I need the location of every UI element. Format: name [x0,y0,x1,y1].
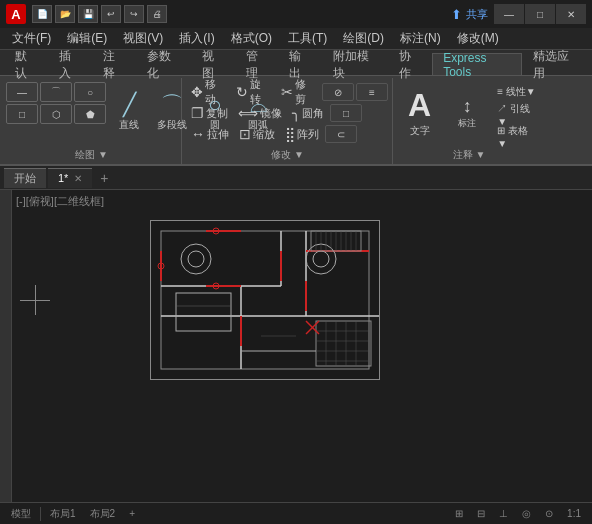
layout1-tab[interactable]: 布局1 [45,505,81,523]
menu-annotate[interactable]: 标注(N) [392,28,449,50]
open-icon[interactable]: 📂 [55,5,75,23]
trim-button[interactable]: ✂修剪 [277,82,320,102]
menu-modify[interactable]: 修改(M) [449,28,507,50]
tab-addon[interactable]: 附加模块 [322,53,388,75]
draw-group: — ⌒ ○ □ ⬡ ⬟ ╱ 直线 ⌒ 多段线 [2,78,182,164]
menu-file[interactable]: 文件(F) [4,28,59,50]
add-layout-btn[interactable]: + [124,506,140,521]
svg-rect-0 [151,221,379,379]
table-button[interactable]: ⊞ 表格▼ [493,126,540,146]
mirror-button[interactable]: ⟺镜像 [234,103,286,123]
add-tab-button[interactable]: + [94,168,114,188]
grid-btn[interactable]: ⊟ [472,506,490,521]
left-ruler [0,190,12,502]
array-button[interactable]: ⣿阵列 [281,124,323,144]
osnap-btn[interactable]: ⊙ [540,506,558,521]
line-shape-btn[interactable]: — [6,82,38,102]
separator [40,507,41,521]
annotation-group: A 文字 ↕ 标注 ≡ 线性▼ ↗ 引线▼ ⊞ 表格▼ 注释 ▼ [394,78,544,164]
tab-collaborate[interactable]: 协作 [388,53,432,75]
snap-btn[interactable]: ⊞ [450,506,468,521]
model-tab[interactable]: 模型 [6,505,36,523]
tab-start[interactable]: 开始 [4,168,46,188]
tab-drawing1[interactable]: 1* ✕ [48,168,92,188]
minimize-button[interactable]: — [494,4,524,24]
menu-edit[interactable]: 编辑(E) [59,28,115,50]
redo-icon[interactable]: ↪ [124,5,144,23]
document-tabs: 开始 1* ✕ + [0,166,592,190]
tab-featured[interactable]: 精选应用 [522,53,588,75]
draw-group-label: 绘图 ▼ [75,148,108,162]
tab-close-icon[interactable]: ✕ [74,173,82,184]
tab-default[interactable]: 默认 [4,53,48,75]
array2-btn[interactable]: ⊂ [325,125,357,143]
line-button[interactable]: ╱ 直线 [109,82,149,144]
tab-parametric[interactable]: 参数化 [136,53,191,75]
tab-output[interactable]: 输出 [278,53,322,75]
window-controls: — □ ✕ [494,4,586,24]
copy-button[interactable]: ❐复制 [187,103,232,123]
drawing-viewport[interactable] [150,220,380,380]
share-button[interactable]: ⬆ 共享 [451,7,488,22]
leader-button[interactable]: ↗ 引线▼ [493,104,540,124]
canvas-area[interactable]: [-][俯视][二维线框] [0,190,592,502]
menu-insert[interactable]: 插入(I) [171,28,222,50]
undo-icon[interactable]: ↩ [101,5,121,23]
move-button[interactable]: ✥移动 [187,82,230,102]
quick-access-toolbar: 📄 📂 💾 ↩ ↪ 🖨 [32,5,167,23]
tab-insert[interactable]: 插入 [48,53,92,75]
fillet-button[interactable]: ╮圆角 [288,103,328,123]
linear-dim-button[interactable]: ≡ 线性▼ [493,82,540,102]
polar-btn[interactable]: ◎ [517,506,536,521]
rotate-button[interactable]: ↻旋转 [232,82,275,102]
text-button[interactable]: A 文字 [398,82,441,144]
scale-button[interactable]: ⊡缩放 [235,124,279,144]
stretch-button[interactable]: ↔拉伸 [187,124,233,144]
line-type-btn[interactable]: ≡ [356,83,388,101]
menu-view[interactable]: 视图(V) [115,28,171,50]
trim-extend-btn[interactable]: ⊘ [322,83,354,101]
tab-express-tools[interactable]: Express Tools [432,53,522,75]
menu-format[interactable]: 格式(O) [223,28,280,50]
circle-small-btn[interactable]: ○ [74,82,106,102]
menu-draw[interactable]: 绘图(D) [335,28,392,50]
ortho-btn[interactable]: ⊥ [494,506,513,521]
dimension-button[interactable]: ↕ 标注 [445,82,489,144]
save-icon[interactable]: 💾 [78,5,98,23]
close-button[interactable]: ✕ [556,4,586,24]
plot-icon[interactable]: 🖨 [147,5,167,23]
rect-btn[interactable]: □ [6,104,38,124]
tab-view[interactable]: 视图 [191,53,235,75]
shape-btn[interactable]: ⬟ [74,104,106,124]
crosshair-vertical [35,285,36,315]
arc-small-btn[interactable]: ⌒ [40,82,72,102]
ribbon-panel: — ⌒ ○ □ ⬡ ⬟ ╱ 直线 ⌒ 多段线 [0,76,592,166]
tab-annotate[interactable]: 注释 [92,53,136,75]
zoom-label: 1:1 [562,506,586,521]
app-logo[interactable]: A [6,4,26,24]
maximize-button[interactable]: □ [525,4,555,24]
share-icon: ⬆ [451,7,462,22]
title-bar: A 📄 📂 💾 ↩ ↪ 🖨 ⬆ 共享 — □ ✕ [0,0,592,28]
modify-group-label: 修改 ▼ [271,148,304,162]
new-icon[interactable]: 📄 [32,5,52,23]
view-label: [-][俯视][二维线框] [16,194,104,209]
poly-btn[interactable]: ⬡ [40,104,72,124]
floor-plan-svg [151,221,379,379]
modify-group: ✥移动 ↻旋转 ✂修剪 ⊘ ≡ ❐复制 ⟺镜像 ╮圆角 □ ↔拉伸 ⊡缩放 ⣿阵… [183,78,393,164]
layout2-tab[interactable]: 布局2 [85,505,121,523]
tab-manage[interactable]: 管理 [235,53,279,75]
bottom-bar: 模型 布局1 布局2 + ⊞ ⊟ ⊥ ◎ ⊙ 1:1 [0,502,592,524]
annotation-group-label: 注释 ▼ [453,148,486,162]
ribbon-tabs: 默认 插入 注释 参数化 视图 管理 输出 附加模块 协作 Express To… [0,50,592,76]
fillet2-btn[interactable]: □ [330,104,362,122]
menu-tools[interactable]: 工具(T) [280,28,335,50]
